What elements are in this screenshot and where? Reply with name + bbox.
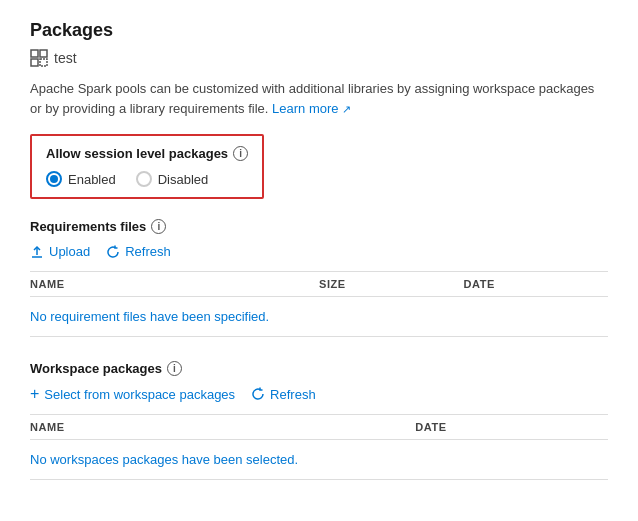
session-level-radio-group: Enabled Disabled bbox=[46, 171, 248, 187]
requirements-info-icon[interactable]: i bbox=[151, 219, 166, 234]
session-level-label: Allow session level packages i bbox=[46, 146, 248, 161]
ws-col-name: NAME bbox=[30, 421, 415, 433]
external-link-icon: ↗ bbox=[342, 101, 351, 118]
pool-icon bbox=[30, 49, 48, 67]
enabled-radio-option[interactable]: Enabled bbox=[46, 171, 116, 187]
requirements-section-header: Requirements files i bbox=[30, 219, 608, 234]
req-col-name: NAME bbox=[30, 278, 319, 290]
learn-more-link[interactable]: Learn more ↗ bbox=[272, 101, 351, 116]
plus-icon: + bbox=[30, 386, 39, 402]
description-text: Apache Spark pools can be customized wit… bbox=[30, 79, 608, 118]
select-workspace-packages-button[interactable]: + Select from workspace packages bbox=[30, 386, 235, 402]
pool-name: test bbox=[54, 50, 77, 66]
upload-icon bbox=[30, 245, 44, 259]
requirements-refresh-button[interactable]: Refresh bbox=[106, 244, 171, 259]
requirements-empty-message: No requirement files have been specified… bbox=[30, 297, 608, 337]
workspace-table-header: NAME DATE bbox=[30, 414, 608, 440]
requirements-files-section: Requirements files i Upload Refresh NAME… bbox=[30, 219, 608, 337]
disabled-radio-label: Disabled bbox=[158, 172, 209, 187]
workspace-info-icon[interactable]: i bbox=[167, 361, 182, 376]
ws-col-date: DATE bbox=[415, 421, 608, 433]
req-col-size: SIZE bbox=[319, 278, 464, 290]
page-title: Packages bbox=[30, 20, 608, 41]
svg-rect-3 bbox=[40, 59, 47, 66]
disabled-radio-option[interactable]: Disabled bbox=[136, 171, 209, 187]
req-col-date: DATE bbox=[464, 278, 609, 290]
workspace-empty-message: No workspaces packages have been selecte… bbox=[30, 440, 608, 480]
workspace-refresh-button[interactable]: Refresh bbox=[251, 387, 316, 402]
svg-rect-0 bbox=[31, 50, 38, 57]
session-level-info-icon[interactable]: i bbox=[233, 146, 248, 161]
requirements-toolbar: Upload Refresh bbox=[30, 244, 608, 259]
svg-rect-2 bbox=[31, 59, 38, 66]
pool-identity-row: test bbox=[30, 49, 608, 67]
enabled-radio-label: Enabled bbox=[68, 172, 116, 187]
requirements-table-header: NAME SIZE DATE bbox=[30, 271, 608, 297]
workspace-refresh-icon bbox=[251, 387, 265, 401]
enabled-radio-inner bbox=[50, 175, 58, 183]
disabled-radio-circle bbox=[136, 171, 152, 187]
workspace-packages-section: Workspace packages i + Select from works… bbox=[30, 361, 608, 480]
session-level-packages-box: Allow session level packages i Enabled D… bbox=[30, 134, 264, 199]
upload-button[interactable]: Upload bbox=[30, 244, 90, 259]
enabled-radio-circle bbox=[46, 171, 62, 187]
svg-rect-1 bbox=[40, 50, 47, 57]
requirements-refresh-icon bbox=[106, 245, 120, 259]
workspace-section-header: Workspace packages i bbox=[30, 361, 608, 376]
workspace-toolbar: + Select from workspace packages Refresh bbox=[30, 386, 608, 402]
